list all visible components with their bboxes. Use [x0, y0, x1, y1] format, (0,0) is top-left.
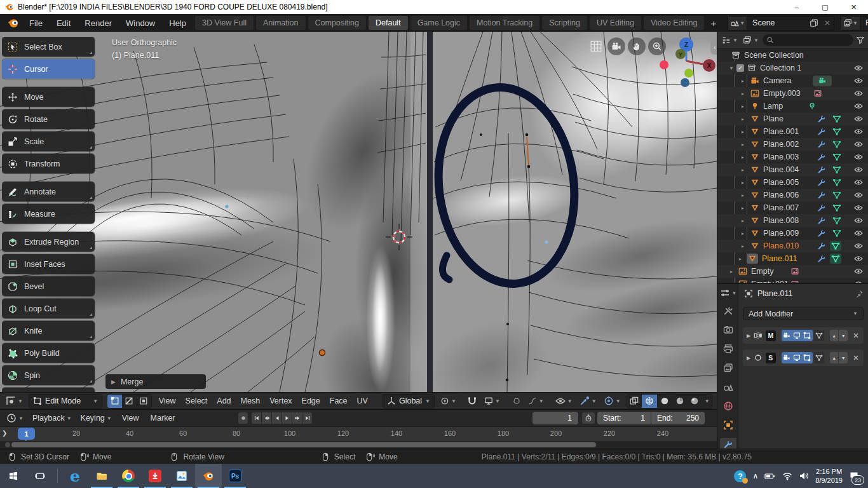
move-down-button[interactable]: ▼	[839, 352, 848, 363]
add-workspace-button[interactable]: +	[705, 18, 721, 29]
frame-end-field[interactable]: End:250	[651, 412, 705, 424]
pin-icon[interactable]	[855, 289, 864, 298]
timeline-scroll-handle[interactable]	[11, 442, 596, 447]
toggle-render-icon[interactable]	[782, 352, 792, 363]
add-modifier-dropdown[interactable]: Add Modifier▼	[743, 307, 864, 320]
use-preview-range-button[interactable]	[582, 412, 595, 424]
viewport-menu-face[interactable]: Face	[327, 396, 350, 405]
toggle-render-icon[interactable]	[782, 330, 792, 341]
tab-world[interactable]	[720, 400, 736, 412]
tool-annotate[interactable]: Annotate	[2, 182, 95, 201]
tool-cursor[interactable]: Cursor	[2, 59, 95, 79]
tool-select-box[interactable]: Select Box	[2, 37, 95, 57]
modifier-wrench-icon[interactable]	[817, 114, 826, 123]
mesh-data-icon-selected[interactable]	[830, 254, 841, 264]
edge-select-mode-button[interactable]	[122, 395, 137, 408]
timeline-view-menu[interactable]: View	[119, 414, 142, 423]
start-button[interactable]	[0, 464, 27, 488]
timeline-expand-chevron[interactable]: ❯	[2, 430, 7, 437]
outliner-search-input[interactable]	[763, 34, 853, 46]
viewport-menu-add[interactable]: Add	[214, 396, 233, 405]
camera-data-icon[interactable]	[813, 76, 832, 86]
outliner-row-plane-007[interactable]: ▸Plane.007	[717, 201, 868, 214]
show-overlays-dropdown[interactable]: ▼	[602, 396, 622, 406]
download-app-taskbar-icon[interactable]	[142, 464, 168, 488]
show-object-types-dropdown[interactable]: ▼	[554, 396, 574, 406]
next-keyframe-button[interactable]	[292, 412, 302, 424]
tool-inset-faces[interactable]: Inset Faces	[2, 254, 95, 274]
jump-to-end-button[interactable]	[302, 412, 312, 424]
timeline-editor-type-button[interactable]: ▼	[5, 413, 25, 423]
close-button[interactable]: ✕	[839, 0, 868, 14]
editor-type-button[interactable]: ▼	[4, 396, 24, 406]
tool-measure[interactable]: Measure	[2, 204, 95, 224]
prev-keyframe-button[interactable]	[262, 412, 271, 424]
eye-icon[interactable]	[854, 191, 863, 200]
outliner-row-plane-010[interactable]: ▸Plane.010	[717, 240, 868, 252]
menu-file[interactable]: File	[23, 18, 49, 28]
tray-chevron-icon[interactable]: ∧	[752, 471, 758, 480]
tool-bevel[interactable]: Bevel	[2, 276, 95, 296]
shading-dropdown[interactable]: ▼	[702, 395, 712, 408]
maximize-button[interactable]: ▢	[811, 0, 839, 14]
show-gizmo-dropdown[interactable]: ▼	[578, 396, 598, 406]
current-frame-field[interactable]: 1	[532, 412, 578, 424]
tab-tool[interactable]	[720, 305, 736, 317]
light-data-icon[interactable]	[808, 102, 817, 111]
move-up-button[interactable]: ▲	[830, 330, 839, 341]
collection-checkbox[interactable]: ✓	[736, 64, 744, 72]
toggle-cage-icon[interactable]	[814, 352, 824, 363]
face-select-mode-button[interactable]	[137, 395, 151, 408]
viewport-menu-view[interactable]: View	[156, 396, 179, 405]
tool-rotate[interactable]: Rotate	[2, 109, 95, 129]
properties-editor-type-button[interactable]: ▼	[719, 288, 738, 298]
snap-settings-dropdown[interactable]: ▼	[483, 396, 501, 405]
browse-view-layer-button[interactable]: ▼	[841, 17, 860, 30]
workspace-tab-game-logic[interactable]: Game Logic	[410, 16, 467, 30]
outliner-row-plane-008[interactable]: ▸Plane.008	[717, 214, 868, 227]
outliner-row-plane-006[interactable]: ▸Plane.006	[717, 189, 868, 201]
timeline-ruler[interactable]: ❯ 20 40 60 80 100 120 140 160 180 200 22…	[0, 426, 717, 442]
chrome-taskbar-icon[interactable]	[115, 464, 142, 488]
expand-icon[interactable]: ▶	[747, 333, 750, 339]
notification-center-icon[interactable]: 23	[849, 471, 859, 481]
solid-shading-button[interactable]	[657, 395, 672, 408]
workspace-tab-3d-view-full[interactable]: 3D View Full	[195, 16, 254, 30]
eye-icon[interactable]	[854, 203, 863, 212]
eye-icon[interactable]	[854, 127, 863, 136]
help-tray-icon[interactable]: ?	[734, 470, 746, 482]
outliner-row-lamp[interactable]: ▸ Lamp	[717, 100, 868, 112]
battery-icon[interactable]	[764, 471, 776, 481]
eye-icon[interactable]	[854, 152, 863, 161]
eye-icon[interactable]	[854, 102, 863, 111]
outliner-row-plane-009[interactable]: ▸Plane.009	[717, 227, 868, 240]
tool-knife[interactable]: Knife	[2, 321, 95, 341]
ortho-grid-icon[interactable]	[587, 37, 605, 55]
eye-icon[interactable]	[854, 254, 863, 263]
eye-icon[interactable]	[854, 76, 863, 85]
tool-smooth[interactable]: Smooth	[2, 388, 95, 392]
toggle-editmode-icon[interactable]	[802, 330, 812, 341]
workspace-tab-animation[interactable]: Animation	[256, 16, 306, 30]
eye-icon[interactable]	[854, 140, 863, 149]
outliner-row-plane-001[interactable]: ▸Plane.001	[717, 125, 868, 138]
eye-icon[interactable]	[854, 165, 863, 174]
pivot-point-dropdown[interactable]: ▼	[439, 396, 458, 405]
menu-edit[interactable]: Edit	[50, 18, 77, 28]
workspace-tab-uv-editing[interactable]: UV Editing	[590, 16, 641, 30]
jump-to-start-button[interactable]	[252, 412, 261, 424]
frame-start-field[interactable]: Start:1	[597, 412, 651, 424]
tab-object[interactable]	[720, 419, 736, 431]
image-data-icon[interactable]	[814, 90, 822, 97]
move-down-button[interactable]: ▼	[839, 330, 848, 341]
menu-render[interactable]: Render	[78, 18, 118, 28]
viewport-menu-edge[interactable]: Edge	[299, 396, 323, 405]
file-explorer-taskbar-icon[interactable]	[88, 464, 115, 488]
merge-operator-panel[interactable]: ▶ Merge	[105, 374, 206, 389]
tab-modifiers[interactable]	[720, 438, 736, 449]
outliner-row-plane-002[interactable]: ▸Plane.002	[717, 138, 868, 151]
material-shading-button[interactable]	[672, 395, 688, 408]
play-reverse-button[interactable]	[272, 412, 281, 424]
browse-scene-button[interactable]: ▼	[728, 17, 747, 30]
snap-toggle-button[interactable]	[466, 396, 478, 406]
